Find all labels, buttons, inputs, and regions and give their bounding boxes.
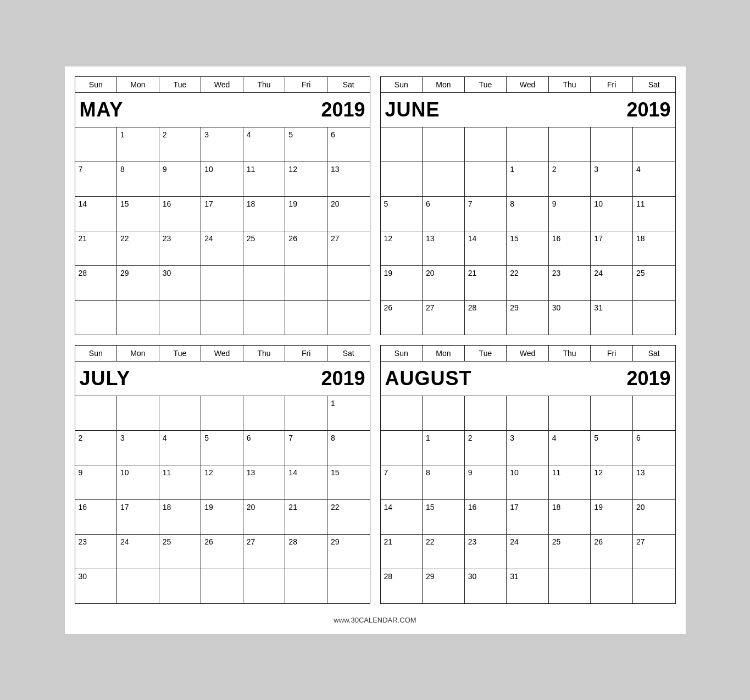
day-header-wed: Wed	[507, 346, 549, 361]
day-header-thu: Thu	[549, 346, 591, 361]
day-number: 7	[288, 434, 293, 442]
day-cell: 29	[507, 301, 549, 335]
day-number: 17	[120, 503, 129, 512]
day-cell: 11	[159, 465, 202, 499]
day-cell	[381, 162, 423, 196]
day-number: 5	[594, 434, 598, 442]
day-cell: 10	[117, 465, 159, 499]
day-number: 21	[288, 503, 297, 512]
day-cell: 23	[465, 535, 507, 569]
day-number: 29	[120, 269, 129, 277]
day-cell: 22	[117, 231, 159, 265]
day-cell: 16	[75, 500, 118, 534]
day-number: 22	[120, 234, 129, 243]
day-cell: 3	[591, 162, 633, 196]
day-cell: 14	[75, 197, 118, 231]
day-cell	[117, 569, 159, 603]
day-number: 14	[288, 468, 297, 477]
day-cell: 18	[549, 500, 591, 534]
day-cell: 4	[549, 431, 591, 465]
day-cell: 5	[201, 431, 243, 465]
day-number: 26	[384, 303, 393, 312]
day-number: 9	[163, 165, 167, 174]
day-number: 20	[331, 199, 340, 208]
day-cell: 2	[465, 431, 507, 465]
day-cell	[327, 569, 370, 603]
day-number: 25	[163, 537, 171, 546]
week-row	[381, 396, 675, 431]
day-cell: 1	[327, 396, 370, 430]
day-cell: 19	[201, 500, 243, 534]
calendar-august: SunMonTueWedThuFriSatAUGUST2019123456789…	[380, 345, 676, 604]
day-cell: 21	[465, 266, 507, 300]
day-cell: 27	[243, 535, 286, 569]
calendar-july: SunMonTueWedThuFriSatJULY201912345678910…	[75, 345, 370, 604]
day-cell	[159, 301, 202, 335]
day-number: 29	[426, 572, 435, 581]
day-number: 13	[636, 468, 645, 477]
day-cell: 8	[507, 197, 549, 231]
day-header-thu: Thu	[243, 77, 286, 92]
day-cell: 3	[507, 431, 549, 465]
day-cell: 23	[75, 535, 118, 569]
day-cell	[591, 127, 633, 162]
day-number: 16	[163, 199, 171, 208]
day-cell: 22	[507, 266, 549, 300]
day-cell: 11	[633, 197, 675, 231]
year-label: 2019	[321, 367, 365, 390]
day-cell: 9	[465, 465, 507, 499]
day-header-sun: Sun	[75, 77, 118, 92]
day-number: 28	[288, 537, 297, 546]
day-number: 19	[594, 503, 603, 512]
calendar-title-row: MAY2019	[75, 93, 370, 127]
day-cell	[117, 301, 159, 335]
day-number: 2	[468, 434, 473, 442]
week-row	[75, 301, 370, 335]
day-cell	[159, 396, 202, 430]
day-cell: 12	[201, 465, 243, 499]
day-number: 9	[79, 468, 83, 477]
day-number: 2	[552, 165, 557, 174]
day-number: 19	[204, 503, 213, 512]
day-cell	[633, 127, 675, 162]
day-cell: 27	[423, 301, 465, 335]
day-number: 11	[247, 165, 255, 174]
day-cell: 13	[633, 465, 675, 499]
day-header-wed: Wed	[201, 77, 243, 92]
month-name: MAY	[80, 98, 124, 121]
day-cell: 12	[285, 162, 327, 196]
day-cell: 22	[327, 500, 370, 534]
day-number: 22	[510, 269, 519, 277]
day-number: 27	[426, 303, 435, 312]
week-row: 9101112131415	[75, 465, 370, 500]
day-cell	[327, 301, 370, 335]
day-cell: 24	[201, 231, 243, 265]
day-number: 3	[510, 434, 514, 442]
day-cell: 18	[633, 231, 675, 265]
page: SunMonTueWedThuFriSatMAY2019123456789101…	[65, 66, 686, 634]
day-number: 28	[79, 269, 87, 277]
week-row: 12131415161718	[381, 231, 675, 266]
day-cell: 10	[507, 465, 549, 499]
day-number: 13	[426, 234, 435, 243]
day-cell: 17	[201, 197, 243, 231]
week-row: 28293031	[381, 569, 675, 603]
day-cell: 26	[591, 535, 633, 569]
day-cell	[633, 396, 675, 430]
day-number: 18	[163, 503, 171, 512]
day-number: 23	[163, 234, 171, 243]
week-row: 78910111213	[75, 162, 370, 197]
week-row: 2345678	[75, 431, 370, 465]
day-cell	[243, 396, 286, 430]
day-cell	[243, 266, 286, 300]
day-number: 13	[331, 165, 340, 174]
day-number: 25	[636, 269, 645, 277]
day-cell	[465, 127, 507, 162]
year-label: 2019	[321, 98, 365, 121]
bottom-row: SunMonTueWedThuFriSatJULY201912345678910…	[75, 345, 676, 604]
day-cell: 25	[159, 535, 202, 569]
day-cell: 25	[243, 231, 286, 265]
week-row: 123456	[75, 127, 370, 162]
day-cell: 7	[381, 465, 423, 499]
day-number: 31	[594, 303, 603, 312]
